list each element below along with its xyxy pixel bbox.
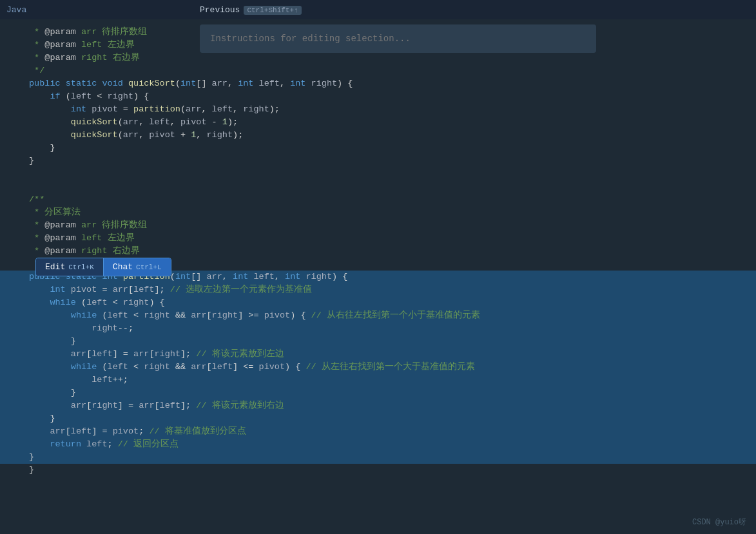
- line-number: [0, 245, 26, 258]
- line-content: }: [26, 335, 756, 348]
- line-content: int pivot = arr[left]; // 选取左边第一个元素作为基准值: [26, 283, 756, 296]
- previous-shortcut: Ctrl+Shift+↑: [244, 6, 301, 15]
- previous-label: Previous: [200, 5, 240, 15]
- line-number: [0, 296, 26, 309]
- code-line: * @param right 右边界: [0, 52, 756, 64]
- code-line: /**: [0, 193, 756, 206]
- edit-label: Edit: [45, 262, 65, 272]
- edit-button[interactable]: Edit Ctrl+K: [36, 258, 104, 276]
- line-content: }: [26, 142, 756, 155]
- line-number: [0, 451, 26, 464]
- code-line-selected: }: [0, 386, 756, 399]
- line-number: [0, 180, 26, 193]
- line-number: [0, 167, 26, 180]
- line-number: [0, 206, 26, 219]
- chat-button[interactable]: Chat Ctrl+L: [104, 258, 171, 276]
- line-content: quickSort(arr, left, pivot - 1);: [26, 116, 756, 129]
- line-content: quickSort(arr, pivot + 1, right);: [26, 129, 756, 142]
- line-content: while (left < right) {: [26, 296, 756, 309]
- line-number: [0, 258, 26, 271]
- top-bar: Java: [0, 0, 756, 19]
- line-number: [0, 39, 26, 52]
- line-content: left++;: [26, 374, 756, 386]
- line-content: }: [26, 386, 756, 399]
- code-line: * @param right 右边界: [0, 245, 756, 258]
- code-line-selected: return left; // 返回分区点: [0, 438, 756, 451]
- code-line: }: [0, 155, 756, 167]
- line-content: }: [26, 412, 756, 425]
- code-line-selected: }: [0, 451, 756, 464]
- line-number: [0, 283, 26, 296]
- line-content: return left; // 返回分区点: [26, 438, 756, 451]
- code-line: */: [0, 64, 756, 77]
- code-line: if (left < right) {: [0, 90, 756, 103]
- line-content: /**: [26, 193, 756, 206]
- line-number: [0, 155, 26, 167]
- line-number: [0, 399, 26, 412]
- chat-label: Chat: [113, 262, 133, 272]
- code-line: int pivot = partition(arr, left, right);: [0, 103, 756, 116]
- line-number: [0, 335, 26, 348]
- instruction-box[interactable]: [200, 24, 596, 53]
- chat-shortcut: Ctrl+L: [136, 263, 162, 271]
- line-number: [0, 374, 26, 386]
- code-line-selected: left++;: [0, 374, 756, 386]
- code-line-selected: }: [0, 335, 756, 348]
- line-number: [0, 412, 26, 425]
- code-line-selected: int pivot = arr[left]; // 选取左边第一个元素作为基准值: [0, 283, 756, 296]
- line-number: [0, 232, 26, 245]
- edit-shortcut: Ctrl+K: [68, 263, 94, 271]
- line-number: [0, 348, 26, 361]
- code-line: * @param left 左边界: [0, 232, 756, 245]
- line-number: [0, 271, 26, 283]
- line-content: }: [26, 451, 756, 464]
- line-content: * 分区算法: [26, 206, 756, 219]
- code-line-selected: arr[left] = arr[right]; // 将该元素放到左边: [0, 348, 756, 361]
- code-line: * @param arr 待排序数组: [0, 219, 756, 232]
- line-content: int pivot = partition(arr, left, right);: [26, 103, 756, 116]
- code-line-selected: right--;: [0, 322, 756, 335]
- code-line: [0, 180, 756, 193]
- line-content: * @param right 右边界: [26, 245, 756, 258]
- line-content: arr[right] = arr[left]; // 将该元素放到右边: [26, 399, 756, 412]
- line-content: arr[left] = pivot; // 将基准值放到分区点: [26, 425, 756, 438]
- code-line-selected: arr[left] = pivot; // 将基准值放到分区点: [0, 425, 756, 438]
- line-content: */: [26, 64, 756, 77]
- line-number: [0, 52, 26, 64]
- line-content: [26, 180, 756, 193]
- watermark-text: CSDN @yuio呀: [692, 518, 746, 527]
- line-number: [0, 438, 26, 451]
- line-content: }: [26, 464, 756, 477]
- line-content: [26, 167, 756, 180]
- code-line: quickSort(arr, left, pivot - 1);: [0, 116, 756, 129]
- line-number: [0, 129, 26, 142]
- code-line-selected: while (left < right && arr[right] >= piv…: [0, 309, 756, 322]
- line-content: * @param left 左边界: [26, 232, 756, 245]
- code-line: * 分区算法: [0, 206, 756, 219]
- line-content: while (left < right && arr[left] <= pivo…: [26, 361, 756, 374]
- line-number: [0, 77, 26, 90]
- line-number: [0, 142, 26, 155]
- code-line: public static void quickSort(int[] arr, …: [0, 77, 756, 90]
- line-content: }: [26, 155, 756, 167]
- edit-chat-popup: Edit Ctrl+K Chat Ctrl+L: [35, 258, 171, 276]
- code-line-selected: }: [0, 412, 756, 425]
- line-content: if (left < right) {: [26, 90, 756, 103]
- line-number: [0, 322, 26, 335]
- line-number: [0, 464, 26, 477]
- line-number: [0, 219, 26, 232]
- instruction-input[interactable]: [210, 33, 586, 44]
- line-content: arr[left] = arr[right]; // 将该元素放到左边: [26, 348, 756, 361]
- line-content: right--;: [26, 322, 756, 335]
- previous-button[interactable]: Previous Ctrl+Shift+↑: [200, 5, 302, 15]
- code-line: quickSort(arr, pivot + 1, right);: [0, 129, 756, 142]
- line-number: [0, 90, 26, 103]
- editor-container: Java Previous Ctrl+Shift+↑ * @param arr …: [0, 0, 756, 534]
- code-line: }: [0, 464, 756, 477]
- line-number: [0, 64, 26, 77]
- line-number: [0, 425, 26, 438]
- line-number: [0, 386, 26, 399]
- line-content: * @param right 右边界: [26, 52, 756, 64]
- watermark: CSDN @yuio呀: [692, 517, 746, 528]
- line-number: [0, 193, 26, 206]
